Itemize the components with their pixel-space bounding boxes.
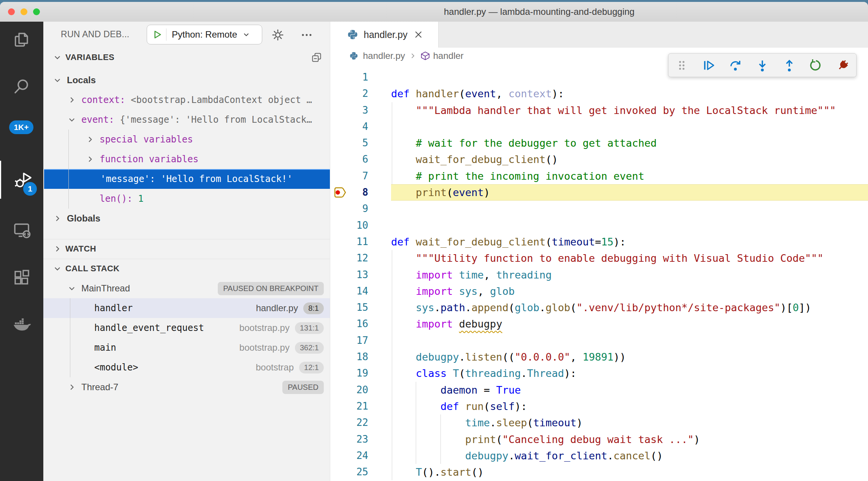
variable-row[interactable]: event: {'message': 'Hello from LocalStac… — [43, 110, 330, 130]
line-number[interactable]: 17 — [330, 332, 368, 349]
line-number[interactable]: 21 — [330, 398, 368, 415]
line-number[interactable]: 9 — [330, 201, 368, 217]
collapse-all-icon[interactable] — [311, 52, 322, 63]
breadcrumb-file[interactable]: handler.py — [363, 51, 405, 61]
line-number[interactable]: 14 — [330, 283, 368, 299]
code-text[interactable]: """Lambda handler that will get invoked … — [391, 102, 868, 119]
line-number[interactable]: 7 — [330, 168, 368, 184]
step-into-button[interactable] — [756, 59, 769, 72]
code-text[interactable]: T().start() — [391, 464, 868, 480]
scope-row[interactable]: Globals — [43, 209, 330, 228]
minimize-window-button[interactable] — [21, 8, 27, 15]
gutter[interactable]: 17 — [330, 332, 391, 349]
thread-row[interactable]: MainThreadPAUSED ON BREAKPOINT — [43, 278, 330, 298]
gutter[interactable]: 2 — [330, 85, 391, 102]
stack-frame-row[interactable]: mainbootstrap.py362:1 — [43, 338, 330, 358]
line-number[interactable]: 18 — [330, 349, 368, 365]
start-debug-icon[interactable] — [152, 29, 162, 40]
gutter[interactable]: 20 — [330, 382, 391, 398]
line-number[interactable]: 16 — [330, 316, 368, 332]
sidebar-item-run-and-debug[interactable]: 1 — [0, 161, 44, 199]
gutter[interactable]: 13 — [330, 267, 391, 283]
line-number[interactable]: 3 — [330, 102, 368, 119]
close-tab-icon[interactable] — [413, 30, 423, 40]
gutter[interactable]: 12 — [330, 250, 391, 266]
line-number[interactable]: 8 — [330, 184, 368, 201]
variable-row[interactable]: 'message': 'Hello from LocalStack!' — [44, 169, 330, 189]
code-text[interactable]: daemon = True — [391, 382, 868, 398]
breadcrumb-symbol[interactable]: handler — [433, 51, 464, 61]
code-text[interactable] — [391, 201, 868, 217]
titlebar[interactable]: handler.py — lambda-mounting-and-debuggi… — [0, 2, 868, 22]
close-window-button[interactable] — [8, 8, 15, 15]
variable-row[interactable]: function variables — [43, 149, 330, 169]
line-number[interactable]: 1 — [330, 69, 368, 85]
code-text[interactable]: def handler(event, context): — [391, 85, 868, 102]
line-number[interactable]: 12 — [330, 250, 368, 266]
gutter[interactable]: 23 — [330, 431, 391, 448]
code-text[interactable]: class T(threading.Thread): — [391, 365, 868, 381]
variable-row[interactable]: special variables — [43, 130, 330, 149]
line-number[interactable]: 10 — [330, 217, 368, 234]
line-number[interactable]: 15 — [330, 299, 368, 316]
sidebar-item-explorer[interactable] — [0, 22, 43, 58]
sidebar-item-docker[interactable] — [0, 307, 43, 343]
code-text[interactable]: import time, threading — [391, 267, 868, 283]
stack-frame-row[interactable]: <module>bootstrap12:1 — [43, 358, 330, 377]
scope-row[interactable]: Locals — [43, 70, 330, 90]
gutter[interactable]: 15 — [330, 299, 391, 316]
sidebar-item-remote-explorer[interactable] — [0, 212, 43, 248]
code-text[interactable]: # print the incoming invocation event — [391, 168, 868, 184]
gutter[interactable]: 8 — [330, 184, 391, 201]
restart-button[interactable] — [809, 59, 823, 72]
thread-row[interactable]: Thread-7PAUSED — [43, 377, 330, 397]
code-text[interactable]: debugpy.listen(("0.0.0.0", 19891)) — [391, 349, 868, 365]
sidebar-item-extensions[interactable] — [0, 259, 43, 296]
gutter[interactable]: 11 — [330, 234, 391, 250]
line-number[interactable]: 6 — [330, 151, 368, 168]
gutter[interactable]: 16 — [330, 316, 391, 332]
code-text[interactable] — [391, 332, 868, 349]
line-number[interactable]: 20 — [330, 382, 368, 398]
code-text[interactable]: import debugpy — [391, 316, 868, 332]
continue-button[interactable] — [702, 59, 716, 72]
variable-row[interactable]: len(): 1 — [43, 189, 330, 209]
code-text[interactable]: import sys, glob — [391, 283, 868, 299]
gutter[interactable]: 6 — [330, 151, 391, 168]
code-area[interactable]: 12def handler(event, context):3 """Lambd… — [330, 69, 868, 480]
gutter[interactable]: 7 — [330, 168, 391, 184]
gutter[interactable]: 19 — [330, 365, 391, 381]
line-number[interactable]: 5 — [330, 135, 368, 151]
gutter[interactable]: 5 — [330, 135, 391, 151]
code-text[interactable]: """Utility function to enable debugging … — [391, 250, 868, 266]
code-text[interactable]: wait_for_debug_client() — [391, 151, 868, 168]
gutter[interactable]: 14 — [330, 283, 391, 299]
code-text[interactable]: def run(self): — [391, 398, 868, 415]
code-text[interactable] — [391, 119, 868, 135]
gutter[interactable]: 1 — [330, 69, 391, 85]
gutter[interactable]: 21 — [330, 398, 391, 415]
variable-row[interactable]: context: <bootstrap.LambdaContext object… — [43, 90, 330, 110]
maximize-window-button[interactable] — [33, 8, 40, 15]
code-text[interactable] — [391, 217, 868, 234]
line-number[interactable]: 23 — [330, 431, 368, 448]
views-more-actions-button[interactable] — [300, 28, 313, 41]
code-text[interactable]: print("Canceling debug wait task ...") — [391, 431, 868, 448]
gutter[interactable]: 25 — [330, 464, 391, 480]
code-text[interactable]: debugpy.wait_for_client.cancel() — [391, 448, 868, 464]
line-number[interactable]: 13 — [330, 267, 368, 283]
line-number[interactable]: 22 — [330, 415, 368, 431]
gutter[interactable]: 24 — [330, 448, 391, 464]
stack-frame-row[interactable]: handle_event_requestbootstrap.py131:1 — [43, 318, 330, 338]
variables-section-header[interactable]: VARIABLES — [43, 47, 330, 67]
line-number[interactable]: 19 — [330, 365, 368, 381]
line-number[interactable]: 4 — [330, 119, 368, 135]
sidebar-item-search[interactable] — [0, 68, 43, 104]
line-number[interactable]: 11 — [330, 234, 368, 250]
gutter[interactable]: 18 — [330, 349, 391, 365]
disconnect-button[interactable] — [836, 59, 850, 72]
line-number[interactable]: 24 — [330, 448, 368, 464]
call-stack-section-header[interactable]: CALL STACK — [43, 259, 330, 278]
watch-section-header[interactable]: WATCH — [43, 239, 330, 259]
gutter[interactable]: 22 — [330, 415, 391, 431]
